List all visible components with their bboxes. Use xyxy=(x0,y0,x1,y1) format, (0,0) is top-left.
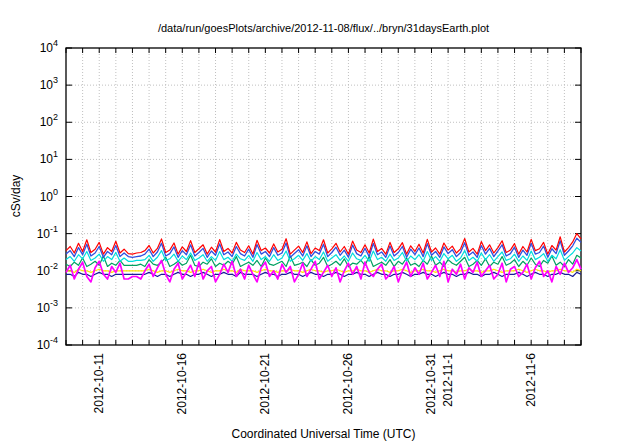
x-tick-label: 2012-10-31 xyxy=(424,353,438,415)
y-tick-label: 10-3 xyxy=(37,298,58,315)
x-axis-label: Coordinated Universal Time (UTC) xyxy=(66,427,581,441)
x-tick-label: 2012-11-6 xyxy=(524,353,538,407)
x-tick-label: 2012-10-11 xyxy=(92,353,106,414)
series-green xyxy=(66,255,581,266)
y-tick-label: 100 xyxy=(40,187,58,204)
plot-border xyxy=(66,48,581,345)
y-tick-label: 10-2 xyxy=(37,261,58,278)
y-tick-label: 103 xyxy=(40,75,58,92)
chart-plot-area: 10410310210110010-110-210-310-42012-10-1… xyxy=(0,0,640,448)
x-tick-label: 2012-10-21 xyxy=(258,353,272,415)
y-tick-label: 102 xyxy=(40,112,58,129)
x-tick-label: 2012-10-26 xyxy=(341,353,355,415)
y-tick-label: 101 xyxy=(40,149,58,166)
x-tick-label: 2012-11-1 xyxy=(441,353,455,407)
y-tick-label: 104 xyxy=(40,38,58,55)
chart-window: /data/run/goesPlots/archive/2012-11-08/f… xyxy=(0,0,640,448)
x-tick-label: 2012-10-16 xyxy=(175,353,189,415)
y-tick-label: 10-4 xyxy=(37,335,58,352)
y-tick-label: 10-1 xyxy=(37,224,58,241)
